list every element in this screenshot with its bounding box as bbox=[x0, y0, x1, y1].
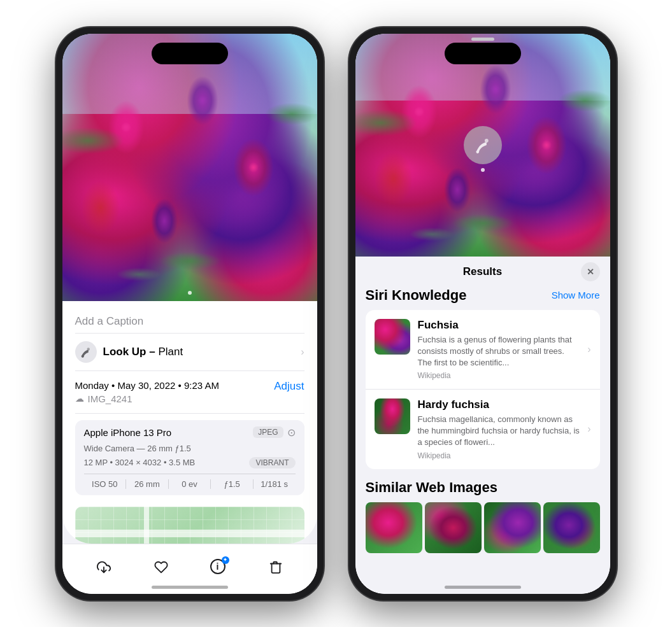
page-indicator-dot bbox=[188, 291, 192, 295]
caption-area[interactable]: Add a Caption bbox=[75, 310, 304, 334]
fuchsia-description: Fuchsia is a genus of flowering plants t… bbox=[418, 334, 580, 369]
right-dynamic-island bbox=[445, 43, 521, 64]
info-dot: ✦ bbox=[222, 556, 229, 564]
metadata-row: Monday • May 30, 2022 • 9:23 AM ☁ IMG_42… bbox=[75, 371, 304, 414]
date-info: Monday • May 30, 2022 • 9:23 AM ☁ IMG_42… bbox=[75, 380, 219, 404]
fuchsia-chevron-icon: › bbox=[587, 344, 590, 355]
visual-icon bbox=[464, 126, 502, 164]
device-name: Apple iPhone 13 Pro bbox=[84, 427, 172, 438]
siri-knowledge-title: Siri Knowledge bbox=[366, 287, 467, 304]
share-button[interactable] bbox=[90, 553, 118, 581]
exif-shutter: 1/181 s bbox=[254, 479, 296, 489]
hardy-fuchsia-item[interactable]: Hardy fuchsia Fuchsia magellanica, commo… bbox=[366, 390, 600, 469]
right-phone: Results ✕ Siri Knowledge Show More bbox=[349, 27, 617, 600]
results-content: Siri Knowledge Show More Fuchsia Fuchsia… bbox=[355, 287, 610, 553]
camera-details: Wide Camera — 26 mm ƒ1.5 bbox=[84, 444, 296, 453]
show-more-button[interactable]: Show More bbox=[552, 290, 600, 300]
hardy-fuchsia-title: Hardy fuchsia bbox=[418, 398, 580, 411]
results-panel[interactable]: Results ✕ Siri Knowledge Show More bbox=[355, 257, 610, 594]
camera-details-2: 12 MP • 3024 × 4032 • 3.5 MB VIBRANT bbox=[84, 457, 296, 468]
lookup-chevron-icon: › bbox=[301, 346, 304, 358]
file-name: IMG_4241 bbox=[88, 393, 132, 404]
left-screen: Add a Caption Look Up – Plant bbox=[62, 34, 317, 594]
siri-photo-area bbox=[355, 34, 610, 257]
lookup-bold: Look Up – bbox=[103, 346, 155, 358]
lookup-normal: Plant bbox=[155, 346, 183, 358]
vibrant-badge: VIBRANT bbox=[249, 457, 295, 468]
photo-area[interactable] bbox=[62, 34, 317, 301]
knowledge-card: Fuchsia Fuchsia is a genus of flowering … bbox=[366, 310, 600, 469]
dynamic-island bbox=[152, 43, 228, 64]
right-phone-inner: Results ✕ Siri Knowledge Show More bbox=[355, 34, 610, 594]
map-road-h bbox=[75, 530, 304, 537]
device-section: Apple iPhone 13 Pro JPEG ⊙ Wide Camera —… bbox=[75, 420, 304, 495]
caption-placeholder[interactable]: Add a Caption bbox=[75, 315, 144, 327]
fuchsia-item[interactable]: Fuchsia Fuchsia is a genus of flowering … bbox=[366, 310, 600, 390]
info-panel: Add a Caption Look Up – Plant bbox=[62, 301, 317, 544]
exif-row: ISO 50 26 mm 0 ev ƒ1.5 1/181 s bbox=[84, 474, 296, 489]
similar-section: Similar Web Images bbox=[366, 479, 600, 553]
hardy-fuchsia-info: Hardy fuchsia Fuchsia magellanica, commo… bbox=[418, 398, 580, 460]
lookup-row[interactable]: Look Up – Plant › bbox=[75, 334, 304, 371]
map-road-v bbox=[144, 507, 149, 544]
siri-knowledge-header: Siri Knowledge Show More bbox=[366, 287, 600, 304]
main-container: Add a Caption Look Up – Plant bbox=[0, 0, 672, 627]
adjust-button[interactable]: Adjust bbox=[274, 380, 304, 393]
hardy-fuchsia-thumbnail bbox=[375, 398, 410, 434]
similar-image-4[interactable] bbox=[543, 502, 600, 553]
hardy-fuchsia-source: Wikipedia bbox=[418, 451, 580, 460]
visual-search-button[interactable] bbox=[464, 126, 502, 164]
hardy-fuchsia-description: Fuchsia magellanica, commonly known as t… bbox=[418, 414, 580, 449]
lookup-text: Look Up – Plant bbox=[103, 346, 183, 358]
left-phone-inner: Add a Caption Look Up – Plant bbox=[62, 34, 317, 594]
cloud-icon: ☁ bbox=[75, 393, 84, 404]
map-grid bbox=[75, 507, 304, 544]
camera-settings-icon[interactable]: ⊙ bbox=[287, 426, 296, 439]
home-indicator bbox=[152, 586, 228, 589]
leaves-overlay bbox=[62, 34, 317, 301]
similar-image-2[interactable] bbox=[425, 502, 482, 553]
visual-dot bbox=[481, 168, 485, 172]
favorite-button[interactable] bbox=[147, 553, 175, 581]
exif-ev: 0 ev bbox=[169, 479, 211, 489]
camera-specs: 12 MP • 3024 × 4032 • 3.5 MB bbox=[84, 458, 196, 467]
exif-iso: ISO 50 bbox=[84, 479, 127, 489]
hardy-chevron-icon: › bbox=[587, 423, 590, 435]
exif-aperture: ƒ1.5 bbox=[211, 479, 254, 489]
siri-screen: Results ✕ Siri Knowledge Show More bbox=[355, 34, 610, 594]
close-button[interactable]: ✕ bbox=[581, 262, 600, 281]
fuchsia-info: Fuchsia Fuchsia is a genus of flowering … bbox=[418, 319, 580, 381]
lookup-icon bbox=[75, 341, 97, 363]
fuchsia-source: Wikipedia bbox=[418, 371, 580, 380]
format-badge: JPEG bbox=[253, 426, 283, 438]
flower-background bbox=[62, 34, 317, 301]
similar-image-3[interactable] bbox=[484, 502, 541, 553]
results-title: Results bbox=[463, 265, 502, 278]
fuchsia-title: Fuchsia bbox=[418, 319, 580, 332]
map-area[interactable] bbox=[75, 507, 304, 544]
svg-point-2 bbox=[484, 139, 488, 143]
delete-button[interactable] bbox=[262, 553, 290, 581]
file-info: ☁ IMG_4241 bbox=[75, 393, 219, 404]
svg-point-0 bbox=[87, 348, 90, 351]
similar-title: Similar Web Images bbox=[366, 479, 600, 496]
results-header: Results ✕ bbox=[355, 257, 610, 287]
date-text: Monday • May 30, 2022 • 9:23 AM bbox=[75, 380, 219, 391]
device-badges: JPEG ⊙ bbox=[253, 426, 295, 439]
similar-images bbox=[366, 502, 600, 553]
fuchsia-thumbnail bbox=[375, 319, 410, 355]
info-badge: i ✦ bbox=[210, 559, 227, 575]
right-home-indicator bbox=[445, 586, 521, 589]
left-phone: Add a Caption Look Up – Plant bbox=[56, 27, 324, 600]
device-header: Apple iPhone 13 Pro JPEG ⊙ bbox=[84, 426, 296, 439]
info-button[interactable]: i ✦ bbox=[204, 553, 232, 581]
similar-image-1[interactable] bbox=[366, 502, 422, 553]
exif-focal: 26 mm bbox=[126, 479, 169, 489]
